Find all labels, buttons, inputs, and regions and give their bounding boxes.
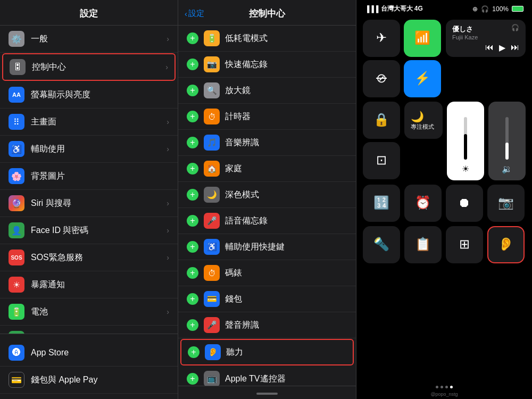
cc-add-dark-mode[interactable]: + [187,189,198,201]
no-signal-icon: ⊘ [376,71,387,86]
cc-add-timer[interactable]: + [187,111,198,122]
alarm-tile[interactable]: ⏰ [404,185,442,222]
bluetooth-icon: ⚡ [414,71,430,86]
cc-add-music-id[interactable]: + [187,137,198,148]
cc-add-sound-recognition[interactable]: + [187,319,198,331]
battery-indicator [512,6,523,12]
play-button[interactable]: ▶ [499,43,505,53]
cc-add-home[interactable]: + [187,163,198,174]
cc-item-dark-mode[interactable]: + 🌙 深色模式 [178,182,356,208]
sound-recognition-label: 聲音辨識 [225,320,347,331]
wifi-tile[interactable]: 📶 [404,20,441,57]
record-icon: ⏺ [458,195,471,210]
lock-mirror-block: 🔒 ⊡ [363,102,400,180]
cc-add-voice-memo[interactable]: + [187,215,198,227]
cc-item-appletv[interactable]: + 📺 Apple TV遙控器 [178,366,356,386]
record-tile[interactable]: ⏺ [446,185,483,222]
music-artist: Fujii Kaze [452,34,519,40]
prev-button[interactable]: ⏮ [485,43,494,53]
general-chevron: › [167,35,169,43]
flashlight-tile[interactable]: 🔦 [363,226,400,263]
wallet-cc-icon: 💳 [204,291,220,307]
wallpaper-icon: 🌸 [9,168,24,184]
airpods-icon: 🎧 [511,24,519,31]
control-center-panel: ▐▐▐ 台灣大哥大 4G ⊕ 🎧 100% ✈ 📶 ⊘ [356,0,532,399]
stopwatch-icon: ⏱ [204,265,220,281]
control-center-label: 控制中心 [32,62,165,73]
no-signal-tile[interactable]: ⊘ [363,60,400,97]
settings-item-battery[interactable]: 🔋 電池 › [0,298,178,326]
hearing-tile[interactable]: 👂 [487,226,525,263]
dot-4 [450,386,453,388]
settings-list: ⚙️ 一般 › 🎛 控制中心 › AA 螢幕顯示與亮度 ⠿ 主畫面 › ♿ 輔助… [0,26,178,334]
brightness-tile[interactable]: ☀ [447,102,484,180]
cc-item-sound-recognition[interactable]: + 🎤 聲音辨識 [178,312,356,338]
cc-item-music-id[interactable]: + 🎵 音樂辨識 [178,130,356,156]
display-icon: AA [9,87,24,103]
settings-item-accessibility[interactable]: ♿ 輔助使用 › [0,136,178,163]
cc-control-grid: ✈ 📶 ⊘ ⚡ 🎧 優しさ Fujii Kaze ⏮ ▶ [361,15,528,386]
qr-icon: ⊞ [459,237,470,252]
music-tile[interactable]: 🎧 優しさ Fujii Kaze ⏮ ▶ ⏭ [446,20,526,57]
camera-tile[interactable]: 📷 [487,185,525,222]
settings-item-wallet[interactable]: 💳 錢包與 Apple Pay [0,367,178,394]
note-tile[interactable]: 📋 [404,226,442,263]
watermark: @popo_nstg [361,392,528,399]
cc-item-wallet[interactable]: + 💳 錢包 [178,286,356,312]
settings-item-sos[interactable]: SOS SOS緊急服務 › [0,244,178,271]
control-center-icon: 🎛 [10,59,26,75]
status-bar: ▐▐▐ 台灣大哥大 4G ⊕ 🎧 100% [361,0,528,15]
display-label: 螢幕顯示與亮度 [31,89,169,101]
screen-mirror-tile[interactable]: ⊡ [363,142,400,179]
cc-item-hearing[interactable]: + 👂 聽力 [180,339,354,365]
settings-item-control-center[interactable]: 🎛 控制中心 › [2,53,176,81]
lock-tile[interactable]: 🔒 [363,102,400,139]
next-button[interactable]: ⏭ [511,43,519,53]
back-button[interactable]: ‹ 設定 [185,9,204,19]
cc-add-low-power[interactable]: + [187,32,198,44]
cc-add-magnifier[interactable]: + [187,85,198,96]
volume-icon: 🔉 [502,164,512,174]
volume-tile[interactable]: 🔉 [488,102,526,180]
settings-item-general[interactable]: ⚙️ 一般 › [0,26,178,53]
cc-add-wallet[interactable]: + [187,293,198,305]
settings-item-wallpaper[interactable]: 🌸 背景圖片 [0,163,178,190]
bluetooth-tile[interactable]: ⚡ [404,60,441,97]
wallpaper-label: 背景圖片 [31,171,169,182]
cc-item-voice-memo[interactable]: + 🎤 語音備忘錄 [178,208,356,234]
settings-item-exposure[interactable]: ☀ 暴露通知 [0,271,178,298]
cc-item-stopwatch[interactable]: + ⏱ 碼錶 [178,260,356,286]
qr-tile[interactable]: ⊞ [446,226,483,263]
cc-item-timer[interactable]: + ⏱ 計時器 [178,104,356,130]
status-carrier: ▐▐▐ 台灣大哥大 4G [365,4,423,13]
sos-icon: SOS [9,250,24,265]
cc-item-accessibility-shortcut[interactable]: + ♿ 輔助使用快捷鍵 ➜ [178,234,356,260]
cc-add-hearing[interactable]: + [188,346,200,358]
settings-item-home[interactable]: ⠿ 主畫面 › [0,109,178,136]
privacy-label: 隱私權與安全性 [31,334,169,334]
settings-item-privacy[interactable]: ✋ 隱私權與安全性 [0,326,178,334]
cc-add-accessibility[interactable]: + [187,241,198,253]
cc-add-appletv[interactable]: + [187,373,198,385]
focus-content: 🌙 專注模式 [411,110,434,131]
page-indicator [361,386,528,392]
focus-tile[interactable]: 🌙 專注模式 [404,102,443,139]
music-id-icon: 🎵 [204,135,220,151]
calculator-tile[interactable]: 🔢 [363,185,400,222]
airplane-tile[interactable]: ✈ [363,20,400,57]
cc-add-quick-memo[interactable]: + [187,59,198,70]
timer-label: 計時器 [225,111,347,122]
cc-item-low-power[interactable]: + 🔋 低耗電模式 [178,26,356,52]
settings-item-siri[interactable]: 🔮 Siri 與搜尋 › [0,190,178,217]
scroll-indicator [256,393,278,395]
settings-item-display[interactable]: AA 螢幕顯示與亮度 [0,81,178,109]
cc-item-quick-memo[interactable]: + 📷 快速備忘錄 [178,52,356,78]
settings-item-appstore[interactable]: 🅐 App Store [0,339,178,367]
cc-add-stopwatch[interactable]: + [187,267,198,279]
status-right-items: ⊕ 🎧 100% [472,5,523,13]
cc-item-magnifier[interactable]: + 🔍 放大鏡 [178,78,356,104]
siri-label: Siri 與搜尋 [31,198,167,209]
home-chevron: › [167,118,169,126]
cc-item-home[interactable]: + 🏠 家庭 [178,156,356,182]
settings-item-faceid[interactable]: 👤 Face ID 與密碼 › [0,217,178,244]
